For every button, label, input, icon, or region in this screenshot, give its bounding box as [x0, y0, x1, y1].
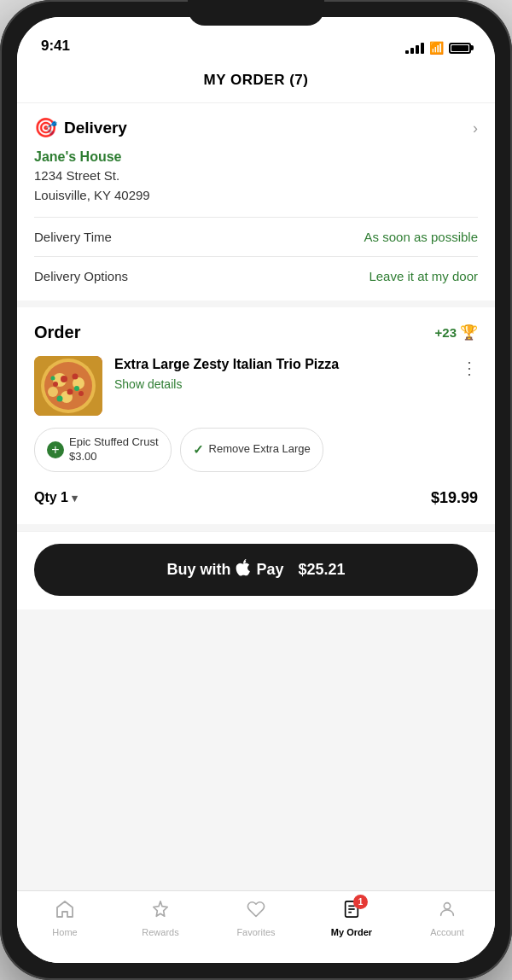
nav-favorites-label: Favorites	[236, 927, 275, 937]
page-title: MY ORDER (7)	[204, 72, 309, 88]
favorites-icon	[247, 900, 265, 924]
main-scroll[interactable]: MY ORDER (7) 🎯 Delivery › Jane's House 1…	[17, 60, 495, 890]
nav-rewards-label: Rewards	[142, 927, 178, 937]
order-header: Order +23 🏆	[34, 323, 478, 342]
delivery-title-row: 🎯 Delivery	[34, 117, 127, 139]
trophy-icon: 🏆	[460, 324, 478, 341]
pizza-name: Extra Large Zesty Italian Trio Pizza	[114, 356, 449, 374]
nav-account-label: Account	[430, 927, 464, 937]
check-icon: ✓	[193, 442, 204, 458]
buy-section: Buy with Pay $25.21	[17, 531, 495, 610]
svg-point-14	[51, 376, 55, 381]
option-tag-crust[interactable]: + Epic Stuffed Crust $3.00	[34, 428, 172, 472]
buy-apple: Pay	[256, 561, 283, 579]
delivery-options-label: Delivery Options	[34, 269, 128, 283]
delivery-icon: 🎯	[34, 117, 57, 139]
nav-item-rewards[interactable]: Rewards	[113, 900, 208, 937]
divider-1	[34, 217, 478, 218]
address-line1: 1234 Street St.	[34, 166, 478, 186]
address-name: Jane's House	[34, 149, 478, 165]
nav-myorder-badge-wrap: 1	[342, 900, 361, 924]
signal-icon	[405, 42, 424, 54]
rewards-icon	[151, 900, 170, 924]
plus-icon: +	[47, 441, 64, 458]
nav-home-label: Home	[52, 927, 77, 937]
svg-point-8	[73, 374, 79, 380]
bottom-nav: Home Rewards	[17, 890, 495, 963]
pizza-info: Extra Large Zesty Italian Trio Pizza Sho…	[114, 356, 449, 391]
options-row: + Epic Stuffed Crust $3.00 ✓ Remove Extr…	[34, 428, 478, 472]
nav-item-favorites[interactable]: Favorites	[208, 900, 304, 937]
address-line2: Louisville, KY 40299	[34, 186, 478, 206]
phone-frame: 9:41 📶 MY ORDER (7)	[0, 0, 512, 980]
nav-item-account[interactable]: Account	[399, 900, 495, 937]
show-details-link[interactable]: Show details	[114, 377, 449, 391]
svg-point-13	[74, 386, 79, 391]
delivery-options-value: Leave it at my door	[369, 269, 478, 283]
wifi-icon: 📶	[429, 41, 444, 55]
svg-point-11	[79, 391, 84, 396]
svg-point-6	[48, 387, 58, 397]
option-crust-label: Epic Stuffed Crust	[69, 435, 159, 450]
svg-point-20	[444, 903, 450, 909]
order-title: Order	[34, 323, 80, 342]
buy-button[interactable]: Buy with Pay $25.21	[34, 544, 478, 596]
home-icon	[55, 900, 75, 924]
delivery-options-row[interactable]: Delivery Options Leave it at my door	[34, 269, 478, 283]
nav-item-myorder[interactable]: 1 My Order	[304, 900, 399, 937]
pizza-svg	[34, 356, 102, 416]
buy-amount: $25.21	[298, 561, 345, 579]
nav-myorder-label: My Order	[331, 927, 372, 937]
qty-label: Qty 1	[34, 490, 68, 505]
battery-icon	[449, 43, 471, 54]
order-card: Order +23 🏆	[17, 307, 495, 524]
pizza-image	[34, 356, 102, 416]
item-price: $19.99	[431, 489, 478, 507]
buy-label: Buy with	[166, 561, 230, 579]
delivery-time-row[interactable]: Delivery Time As soon as possible	[34, 230, 478, 244]
svg-point-9	[67, 389, 73, 395]
option-crust-price: $3.00	[69, 450, 159, 464]
svg-point-7	[61, 376, 67, 382]
delivery-time-value: As soon as possible	[364, 230, 478, 244]
delivery-header[interactable]: 🎯 Delivery ›	[34, 117, 478, 139]
svg-marker-15	[57, 901, 73, 917]
page-title-section: MY ORDER (7)	[17, 60, 495, 103]
status-time: 9:41	[41, 38, 70, 55]
phone-notch	[188, 0, 324, 26]
order-points: +23 🏆	[435, 324, 478, 341]
phone-screen: 9:41 📶 MY ORDER (7)	[17, 17, 495, 963]
option-size-label: Remove Extra Large	[209, 442, 311, 457]
nav-item-home[interactable]: Home	[17, 900, 113, 937]
chevron-right-icon[interactable]: ›	[473, 120, 478, 137]
screen-content: MY ORDER (7) 🎯 Delivery › Jane's House 1…	[17, 60, 495, 963]
nav-myorder-badge: 1	[353, 895, 368, 909]
option-crust-text: Epic Stuffed Crust $3.00	[69, 435, 159, 464]
qty-selector[interactable]: Qty 1 ▾	[34, 490, 78, 505]
delivery-time-label: Delivery Time	[34, 230, 112, 244]
qty-price-row: Qty 1 ▾ $19.99	[34, 486, 478, 507]
divider-2	[34, 256, 478, 257]
delivery-card: 🎯 Delivery › Jane's House 1234 Street St…	[17, 103, 495, 300]
svg-point-10	[53, 382, 58, 387]
qty-dropdown-icon: ▾	[72, 492, 78, 505]
svg-point-12	[57, 396, 63, 402]
delivery-title: Delivery	[64, 119, 127, 137]
status-icons: 📶	[405, 41, 471, 55]
account-icon	[438, 900, 457, 924]
more-options-icon[interactable]: ⋮	[461, 356, 478, 378]
points-value: +23	[435, 325, 457, 340]
option-tag-size[interactable]: ✓ Remove Extra Large	[180, 428, 323, 472]
pizza-item: Extra Large Zesty Italian Trio Pizza Sho…	[34, 356, 478, 416]
apple-icon	[236, 559, 251, 580]
